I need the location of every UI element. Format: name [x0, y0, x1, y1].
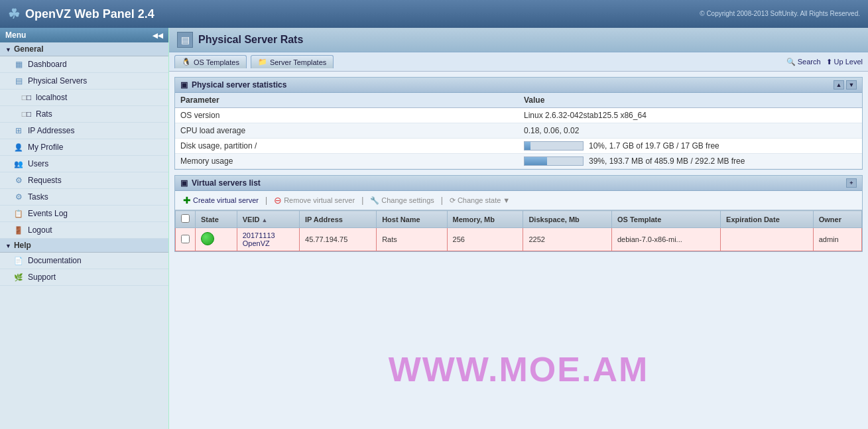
sidebar-item-users[interactable]: Users — [0, 156, 168, 172]
remove-vserver-button[interactable]: ⊖ Remove virtual server — [271, 194, 357, 207]
search-button[interactable]: 🔍 Search — [786, 58, 821, 66]
stats-col-param: Parameter — [175, 93, 519, 108]
stats-collapse-btn[interactable]: ▲ — [834, 80, 844, 90]
row-hostname-cell: Rats — [377, 228, 447, 251]
docs-icon — [13, 255, 24, 266]
sidebar-item-requests[interactable]: Requests — [0, 172, 168, 189]
action-sep-1: | — [265, 196, 267, 205]
stats-param-cpu: CPU load average — [175, 123, 519, 139]
sidebar-item-tasks[interactable]: Tasks — [0, 189, 168, 206]
col-header-os-template[interactable]: OS Template — [611, 211, 720, 228]
change-settings-button[interactable]: 🔧 Change settings — [367, 195, 437, 206]
page-icon: ▤ — [177, 32, 193, 48]
tab-os-templates[interactable]: 🐧 OS Templates — [174, 55, 247, 68]
stats-expand-btn[interactable]: ▼ — [846, 80, 857, 90]
tab-server-templates[interactable]: 📁 Server Templates — [251, 55, 334, 68]
toolbar: 🐧 OS Templates 📁 Server Templates 🔍 Sear… — [169, 52, 868, 72]
sidebar-header[interactable]: Menu ◀◀ — [0, 28, 168, 42]
logout-icon — [13, 225, 24, 235]
profile-icon — [13, 142, 24, 153]
row-expiration-cell — [721, 228, 814, 251]
logo-area: ☘ OpenVZ Web Panel 2.4 — [8, 6, 155, 22]
sidebar-item-rats[interactable]: □ Rats — [0, 106, 168, 123]
uplevel-button[interactable]: ⬆ Up Level — [826, 58, 863, 66]
stats-section-controls: ▲ ▼ — [834, 80, 857, 90]
state-icon: ⟳ — [450, 196, 456, 205]
sidebar-item-support[interactable]: Support — [0, 269, 168, 286]
remove-icon: ⊖ — [274, 195, 282, 206]
stats-value-mem: 39%, 193.7 MB of 485.9 MB / 292.2 MB fre… — [519, 154, 862, 169]
sidebar-collapse-icon[interactable]: ◀◀ — [153, 32, 163, 39]
create-vserver-button[interactable]: ✚ Create virtual server — [180, 194, 261, 207]
change-state-button[interactable]: ⟳ Change state ▼ — [447, 195, 513, 206]
stats-table: Parameter Value OS version Linux 2.6.32-… — [175, 93, 862, 169]
sidebar-item-physical-servers[interactable]: Physical Servers — [0, 73, 168, 90]
search-icon: 🔍 — [786, 58, 796, 66]
sidebar-item-logout[interactable]: Logout — [0, 222, 168, 239]
row-memory-cell: 256 — [447, 228, 523, 251]
sidebar-item-events-log[interactable]: Events Log — [0, 206, 168, 222]
events-icon — [13, 208, 24, 219]
vserver-action-toolbar: ✚ Create virtual server | ⊖ Remove virtu… — [175, 191, 862, 210]
vserver-table-header-row: State VEID ▲ IP Address Host Name Memory… — [176, 211, 862, 228]
select-all-checkbox[interactable] — [181, 214, 190, 223]
sidebar-item-my-profile[interactable]: My Profile — [0, 139, 168, 156]
stats-param-disk: Disk usage, partition / — [175, 139, 519, 154]
sidebar: Menu ◀◀ General Dashboard Physical Serve… — [0, 28, 169, 429]
page-icon-symbol: ▤ — [181, 34, 190, 45]
stats-col-value: Value — [519, 93, 862, 108]
stats-row-cpu: CPU load average 0.18, 0.06, 0.02 — [175, 123, 862, 139]
row-os-template-cell: debian-7.0-x86-mi... — [611, 228, 720, 251]
col-header-expiration[interactable]: Expiration Date — [721, 211, 814, 228]
stats-value-cpu: 0.18, 0.06, 0.02 — [519, 123, 862, 139]
disk-progress-bar — [524, 141, 584, 151]
main-layout: Menu ◀◀ General Dashboard Physical Serve… — [0, 28, 868, 429]
ip-icon — [13, 125, 24, 136]
vservers-section-controls: + — [846, 178, 857, 188]
disk-progress-container: 10%, 1.7 GB of 19.7 GB / 17 GB free — [524, 141, 857, 151]
col-header-diskspace[interactable]: Diskspace, Mb — [523, 211, 612, 228]
col-header-ip[interactable]: IP Address — [300, 211, 377, 228]
section-expand-icon — [5, 44, 11, 54]
row-checkbox-cell — [176, 228, 196, 251]
sidebar-section-general[interactable]: General — [0, 42, 168, 56]
col-header-checkbox — [176, 211, 196, 228]
stats-row-mem: Memory usage 39%, 193.7 MB of 485.9 MB /… — [175, 154, 862, 169]
sidebar-menu-label: Menu — [5, 31, 26, 40]
col-header-memory[interactable]: Memory, Mb — [447, 211, 523, 228]
stats-row-disk: Disk usage, partition / 10%, 1.7 GB of 1… — [175, 139, 862, 154]
copyright-text: © Copyright 2008-2013 SoftUnity. All Rig… — [700, 9, 860, 19]
stats-value-disk: 10%, 1.7 GB of 19.7 GB / 17 GB free — [519, 139, 862, 154]
disk-progress-text: 10%, 1.7 GB of 19.7 GB / 17 GB free — [589, 141, 719, 151]
stats-section-header: ▣ Physical server statistics ▲ ▼ — [175, 78, 862, 93]
sidebar-item-documentation[interactable]: Documentation — [0, 253, 168, 269]
col-header-owner[interactable]: Owner — [813, 211, 861, 228]
help-expand-icon — [5, 241, 11, 250]
sidebar-item-ip-addresses[interactable]: IP Addresses — [0, 123, 168, 139]
vservers-section: ▣ Virtual servers list + ✚ Create virtua… — [174, 175, 863, 252]
sidebar-item-localhost[interactable]: □ localhost — [0, 90, 168, 106]
os-templates-icon: 🐧 — [182, 58, 191, 66]
state-dropdown-arrow: ▼ — [503, 196, 510, 204]
stats-param-mem: Memory usage — [175, 154, 519, 169]
page-title-bar: ▤ Physical Server Rats — [169, 28, 868, 52]
row-ip-cell: 45.77.194.75 — [300, 228, 377, 251]
app-header: ☘ OpenVZ Web Panel 2.4 © Copyright 2008-… — [0, 0, 868, 28]
sidebar-item-dashboard[interactable]: Dashboard — [0, 56, 168, 73]
app-logo-icon: ☘ — [8, 6, 20, 22]
stats-value-os: Linux 2.6.32-042stab125.5 x86_64 — [519, 108, 862, 123]
action-sep-2: | — [361, 196, 363, 205]
toolbar-left: 🐧 OS Templates 📁 Server Templates — [174, 55, 335, 68]
veid-link[interactable]: 20171113 OpenVZ — [243, 231, 275, 247]
col-header-hostname[interactable]: Host Name — [377, 211, 447, 228]
col-header-veid[interactable]: VEID ▲ — [237, 211, 299, 228]
server-templates-icon: 📁 — [258, 58, 267, 66]
dashboard-icon — [13, 59, 24, 70]
vservers-expand-btn[interactable]: + — [846, 178, 857, 188]
row-checkbox[interactable] — [181, 235, 190, 243]
sidebar-section-help[interactable]: Help — [0, 239, 168, 253]
row-owner-cell: admin — [813, 228, 861, 251]
col-header-state[interactable]: State — [196, 211, 237, 228]
row-diskspace-cell: 2252 — [523, 228, 612, 251]
action-sep-3: | — [441, 196, 443, 205]
